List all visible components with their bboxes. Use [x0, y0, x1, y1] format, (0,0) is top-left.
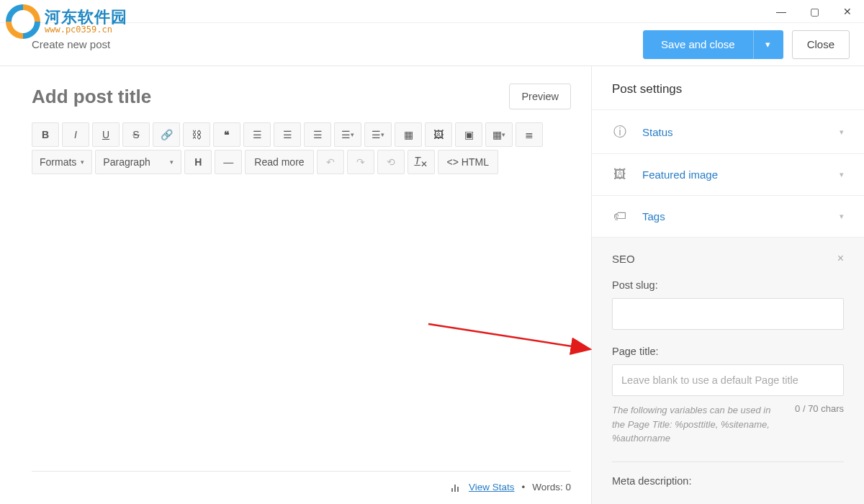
bullet-list-icon: ☰ [341, 129, 351, 140]
redo-button[interactable]: ↷ [347, 150, 374, 174]
strikethrough-button[interactable]: S [122, 122, 150, 147]
post-slug-field: Post slug: [612, 279, 844, 330]
save-split-button: Save and close ▾ [643, 30, 783, 59]
page-title-char-count: 0 / 70 chars [795, 403, 844, 446]
align-center-icon: ☰ [283, 129, 292, 140]
hr-button[interactable]: — [215, 150, 242, 174]
image-button[interactable]: ▦ [395, 122, 422, 147]
post-slug-input[interactable] [612, 298, 844, 330]
page-header: Create new post Save and close ▾ Close [0, 23, 864, 66]
post-title-input[interactable] [32, 86, 409, 108]
ordered-list-icon: ☰ [372, 129, 381, 140]
bold-button[interactable]: B [32, 122, 59, 147]
html-icon: <> [447, 156, 459, 168]
align-right-button[interactable]: ☰ [304, 122, 331, 147]
strikethrough-icon: S [132, 129, 139, 140]
caret-down-icon: ▾ [765, 39, 770, 50]
italic-button[interactable]: I [62, 122, 89, 147]
toc-button[interactable]: H [184, 150, 212, 174]
link-icon: 🔗 [161, 129, 173, 140]
info-icon: ⓘ [612, 123, 628, 140]
readmore-button[interactable]: Read more [245, 150, 313, 174]
caret-down-icon: ▾ [381, 131, 384, 138]
caret-down-icon: ▾ [351, 131, 354, 138]
editor-toolbar-row-2: Formats▾ Paragraph▾ H — Read more ↶ ↷ ⟲ … [32, 150, 571, 174]
close-button[interactable]: Close [792, 30, 850, 59]
align-center-button[interactable]: ☰ [274, 122, 301, 147]
view-stats-link[interactable]: View Stats [469, 482, 515, 492]
chevron-down-icon: ▾ [840, 212, 844, 221]
meta-description-label: Meta description: [612, 475, 844, 487]
paragraph-dropdown[interactable]: Paragraph▾ [95, 150, 181, 174]
sidebar-item-featured-image[interactable]: 🖼 Featured image ▾ [592, 153, 864, 195]
table-button[interactable]: ▦▾ [485, 122, 513, 147]
save-dropdown-button[interactable]: ▾ [753, 30, 783, 59]
title-row: Preview [32, 84, 571, 109]
unlink-button[interactable]: ⛓ [183, 122, 210, 147]
preview-button[interactable]: Preview [509, 84, 571, 109]
html-button[interactable]: <> HTML [438, 150, 498, 174]
save-button[interactable]: Save and close [643, 30, 753, 59]
link-button[interactable]: 🔗 [153, 122, 180, 147]
align-left-button[interactable]: ☰ [243, 122, 271, 147]
revert-button[interactable]: ⟲ [377, 150, 405, 174]
revert-icon: ⟲ [387, 156, 395, 168]
page-title-input[interactable] [612, 364, 844, 396]
seo-header: SEO × [612, 252, 844, 265]
editor-toolbar-row-1: B I U S 🔗 ⛓ ❝ ☰ ☰ ☰ ☰▾ ☰▾ ▦ 🖼 ▣ ▦▾ ≣ [32, 122, 571, 147]
page-title-help-row: The following variables can be used in t… [612, 403, 844, 446]
sidebar-item-label: Featured image [642, 168, 825, 181]
undo-icon: ↶ [326, 156, 335, 168]
maximize-icon: ▢ [810, 6, 819, 17]
image-icon: ▦ [404, 129, 413, 140]
bold-icon: B [42, 129, 49, 140]
editor-footer: View Stats • Words: 0 [32, 471, 571, 492]
seo-close-button[interactable]: × [837, 252, 844, 265]
underline-icon: U [102, 129, 109, 140]
stats-icon [451, 483, 459, 492]
gallery-icon: 🖼 [433, 129, 444, 140]
window-title-bar: — ▢ ✕ [0, 0, 864, 23]
formats-dropdown[interactable]: Formats▾ [32, 150, 92, 174]
quote-icon: ❝ [224, 129, 230, 140]
header-actions: Save and close ▾ Close [643, 30, 850, 59]
underline-button[interactable]: U [92, 122, 120, 147]
clear-format-button[interactable]: T✕ [408, 150, 435, 174]
sidebar: Post settings ⓘ Status ▾ 🖼 Featured imag… [592, 66, 864, 504]
sidebar-item-status[interactable]: ⓘ Status ▾ [592, 109, 864, 153]
undo-button[interactable]: ↶ [317, 150, 344, 174]
caret-down-icon: ▾ [170, 158, 174, 166]
meta-description-field: Meta description: [612, 462, 844, 487]
blockquote-button[interactable]: ❝ [213, 122, 240, 147]
code-button[interactable]: ≣ [516, 122, 543, 147]
video-icon: ▣ [464, 129, 474, 140]
minimize-button[interactable]: — [765, 0, 798, 23]
footer-separator: • [521, 482, 525, 492]
table-icon: ▦ [492, 129, 502, 140]
editor-body[interactable] [32, 177, 571, 471]
minimize-icon: — [776, 6, 786, 17]
bullet-list-button[interactable]: ☰▾ [334, 122, 361, 147]
unlink-icon: ⛓ [192, 129, 202, 140]
page-title-help: The following variables can be used in t… [612, 403, 786, 446]
image-icon: 🖼 [612, 167, 628, 182]
page-title: Create new post [32, 38, 110, 50]
video-button[interactable]: ▣ [455, 122, 482, 147]
seo-panel: SEO × Post slug: Page title: The followi… [592, 237, 864, 504]
sidebar-item-tags[interactable]: 🏷 Tags ▾ [592, 195, 864, 237]
formats-label: Formats [40, 156, 76, 168]
word-count: Words: 0 [532, 482, 571, 492]
tag-icon: 🏷 [612, 209, 628, 224]
gallery-button[interactable]: 🖼 [425, 122, 452, 147]
editor-pane: Preview B I U S 🔗 ⛓ ❝ ☰ ☰ ☰ ☰▾ ☰▾ ▦ 🖼 ▣ … [0, 66, 592, 504]
ordered-list-button[interactable]: ☰▾ [364, 122, 392, 147]
maximize-button[interactable]: ▢ [798, 0, 831, 23]
align-left-icon: ☰ [253, 129, 262, 140]
post-slug-label: Post slug: [612, 279, 844, 291]
code-icon: ≣ [525, 129, 534, 140]
caret-down-icon: ▾ [502, 131, 505, 138]
window-close-button[interactable]: ✕ [831, 0, 864, 23]
close-icon: ✕ [843, 6, 852, 17]
sidebar-heading: Post settings [592, 66, 864, 109]
toc-icon: H [194, 156, 202, 168]
